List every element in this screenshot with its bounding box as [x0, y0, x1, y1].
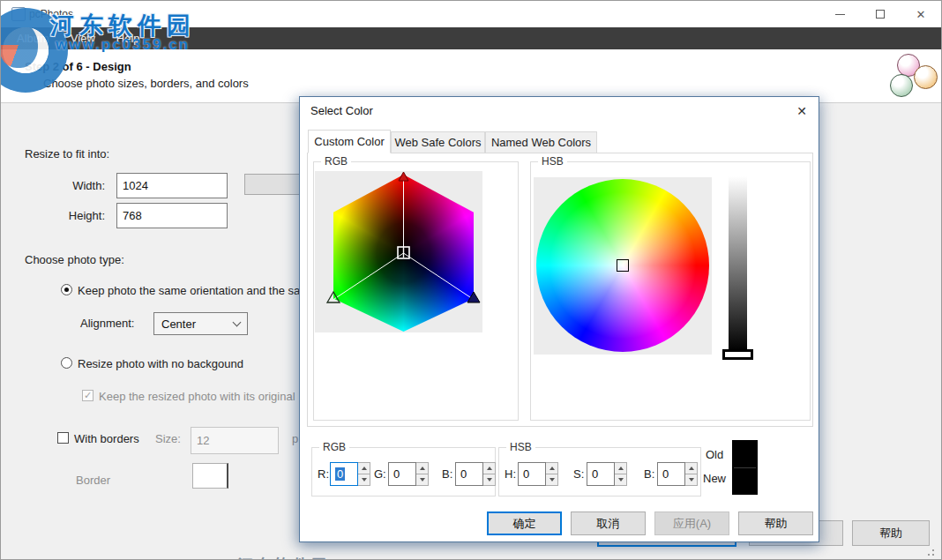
spinner-up-button[interactable] — [615, 462, 627, 474]
h-spinner — [546, 462, 558, 486]
dialog-close-icon: ✕ — [796, 104, 807, 118]
checkbox-keep-original-label: Keep the resized photo with its original — [99, 390, 295, 403]
custom-color-panel: RGB HSB — [307, 153, 813, 427]
height-label: Height: — [54, 209, 105, 222]
menu-bar: Album View Help — [1, 27, 941, 49]
spinner-down-button[interactable] — [546, 474, 558, 486]
checkbox-keep-original[interactable]: ✓ — [82, 390, 93, 401]
dialog-close-button[interactable]: ✕ — [792, 102, 811, 120]
size-unit-label: p — [292, 432, 298, 445]
rgb-cube-group: RGB — [313, 161, 519, 421]
menu-album[interactable]: Album — [17, 32, 49, 45]
rgb-values-group: RGB R: 0 G: 0 B: 0 — [311, 447, 496, 497]
common-sizes-button[interactable] — [244, 174, 306, 195]
radio-no-background-label[interactable]: Resize photo with no backgound — [78, 357, 243, 370]
close-icon: ✕ — [916, 9, 926, 20]
hsb-b-input[interactable]: 0 — [657, 462, 685, 486]
radio-keep-orientation-label[interactable]: Keep photo the same orientation and the … — [78, 284, 300, 297]
s-spinner — [615, 462, 627, 486]
main-help-button[interactable]: 帮助 — [852, 520, 930, 546]
maximize-icon — [876, 10, 885, 19]
hsb-b-spinner — [685, 462, 698, 486]
check-icon: ✓ — [84, 390, 92, 400]
h-input[interactable]: 0 — [518, 462, 546, 486]
minimize-button[interactable] — [819, 1, 860, 27]
logo-bubble-green — [890, 74, 913, 97]
minimize-icon — [835, 14, 845, 15]
r-spinner — [358, 462, 370, 486]
width-input[interactable] — [116, 173, 228, 198]
border-color-swatch[interactable] — [192, 463, 228, 489]
old-color-swatch — [734, 442, 756, 467]
spinner-up-button[interactable] — [416, 462, 429, 474]
apply-button: 应用(A) — [654, 511, 729, 535]
dialog-title: Select Color — [310, 104, 373, 117]
logo-bubble-orange — [914, 65, 938, 89]
radio-keep-orientation[interactable] — [61, 284, 72, 295]
hsb-group-label: HSB — [538, 155, 567, 168]
radio-no-background[interactable] — [61, 357, 72, 369]
checkbox-with-borders-label[interactable]: With borders — [74, 432, 139, 445]
new-color-label: New — [703, 472, 726, 485]
g-input[interactable]: 0 — [388, 462, 416, 486]
tab-web-safe-colors[interactable]: Web Safe Colors — [391, 131, 485, 153]
hsb-wheel-group: HSB — [530, 161, 811, 421]
app-icon — [11, 7, 26, 21]
brightness-slider[interactable] — [729, 176, 747, 351]
resize-to-fit-label: Resize to fit into: — [25, 147, 109, 161]
step-title: Step 2 of 6 - Design — [25, 60, 131, 73]
spinner-up-button[interactable] — [358, 462, 370, 474]
s-input[interactable]: 0 — [587, 462, 615, 486]
cancel-button[interactable]: 取消 — [571, 511, 646, 535]
wheel-selector[interactable] — [617, 259, 629, 272]
spinner-up-button[interactable] — [685, 462, 698, 474]
spinner-down-button[interactable] — [483, 474, 496, 486]
menu-view[interactable]: View — [71, 32, 95, 45]
alignment-value: Center — [161, 317, 196, 331]
brightness-slider-handle[interactable] — [722, 349, 753, 360]
hsb-values-group: HSB H: 0 S: 0 B: 0 — [498, 447, 701, 497]
rgb-cube-canvas[interactable] — [315, 171, 482, 332]
spinner-down-button[interactable] — [685, 474, 698, 486]
title-bar: pcPhotos ✕ — [1, 1, 941, 27]
wizard-header: Step 2 of 6 - Design Choose photo sizes,… — [1, 49, 941, 103]
select-color-dialog: Select Color ✕ Custom Color Web Safe Col… — [299, 96, 819, 542]
spinner-down-button[interactable] — [358, 474, 370, 486]
resize-grip-icon[interactable] — [922, 545, 934, 556]
photo-type-label: Choose photo type: — [25, 253, 124, 266]
tab-custom-color[interactable]: Custom Color — [308, 130, 391, 153]
alignment-dropdown[interactable]: Center — [153, 312, 248, 335]
border-size-label: Size: — [155, 432, 181, 445]
close-button[interactable]: ✕ — [901, 1, 941, 27]
menu-help[interactable]: Help — [116, 32, 140, 45]
spinner-down-button[interactable] — [615, 474, 627, 486]
border-color-label: Border — [76, 474, 110, 487]
spinner-down-button[interactable] — [416, 474, 429, 486]
maximize-button[interactable] — [860, 1, 901, 27]
h-label: H: — [505, 467, 516, 481]
old-color-label: Old — [706, 448, 723, 461]
dialog-help-button[interactable]: 帮助 — [738, 511, 813, 535]
height-input[interactable] — [116, 203, 228, 228]
rgb-values-group-label: RGB — [319, 441, 349, 453]
r-input[interactable]: 0 — [330, 462, 358, 486]
app-window: pcPhotos ✕ Album View Help Step 2 of 6 -… — [0, 0, 942, 560]
old-new-color-swatches — [732, 440, 758, 495]
alignment-label: Alignment: — [80, 317, 134, 330]
watermark-bottom-clipped: 河东软件园 www.pc0359.cn — [237, 555, 766, 560]
b-label: B: — [442, 467, 452, 481]
ok-button[interactable]: 确定 — [487, 511, 562, 535]
s-label: S: — [573, 467, 584, 481]
spinner-up-button[interactable] — [483, 462, 496, 474]
new-color-swatch — [734, 467, 756, 493]
b-input[interactable]: 0 — [455, 462, 483, 486]
window-title: pcPhotos — [29, 8, 73, 20]
tab-named-web-colors[interactable]: Named Web Colors — [485, 131, 597, 153]
r-label: R: — [318, 467, 329, 481]
hsb-wheel-canvas[interactable] — [534, 177, 712, 355]
border-size-input[interactable] — [191, 427, 279, 454]
hsb-b-label: B: — [644, 467, 654, 481]
width-label: Width: — [54, 179, 105, 192]
spinner-up-button[interactable] — [546, 462, 558, 474]
checkbox-with-borders[interactable] — [57, 432, 69, 444]
